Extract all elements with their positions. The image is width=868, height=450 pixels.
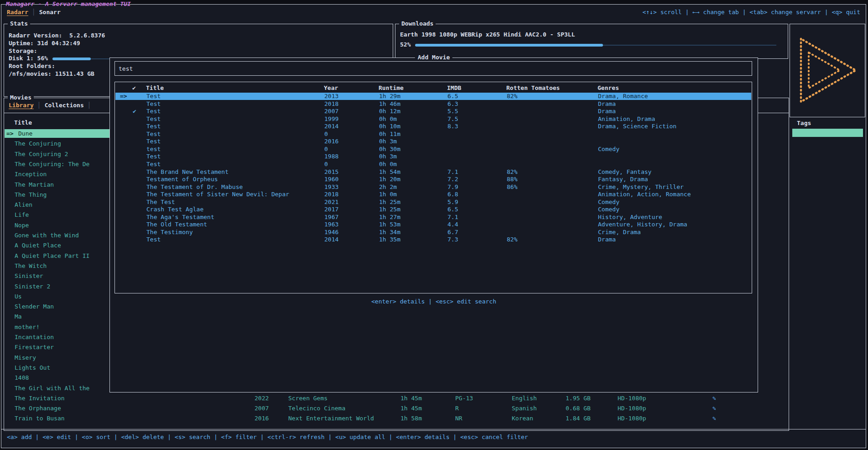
- result-row[interactable]: Test20140h 10m8.3Drama, Science Fiction: [115, 123, 751, 130]
- top-help-keybinds: <↑↓> scroll | ←→ change tab | <tab> chan…: [643, 9, 860, 16]
- tab-sonarr[interactable]: Sonarr: [39, 9, 61, 16]
- stats-panel-title: Stats: [8, 20, 30, 27]
- result-row[interactable]: The Aga's Testament19671h 27m7.1History,…: [115, 214, 751, 221]
- result-year: 2015: [324, 168, 338, 176]
- root-folders-label: Root Folders:: [9, 62, 55, 70]
- result-runtime: 0h 0m: [379, 115, 397, 123]
- result-genres: Animation, Action, Romance: [598, 191, 691, 198]
- result-genres: Fantasy, Drama: [598, 176, 648, 183]
- disk-usage-line: Disk 1: 56%: [9, 54, 121, 62]
- result-row[interactable]: Test19990h 0m7.5Animation, Drama: [115, 115, 751, 123]
- result-row[interactable]: Crash Test Aglae20171h 25m6.5Comedy: [115, 206, 751, 213]
- movie-quality: HD-1080p: [618, 394, 646, 403]
- movie-row[interactable]: Train to Busan2016Next Entertainment Wor…: [5, 414, 788, 423]
- checked-icon: ✔: [133, 108, 136, 115]
- result-title: The Old Testament: [146, 221, 207, 228]
- result-year: 2016: [324, 138, 338, 145]
- movie-quality: HD-1080p: [618, 404, 646, 413]
- result-title: The Testimony: [146, 229, 193, 236]
- result-year: 1988: [324, 153, 338, 160]
- result-row[interactable]: The Testament of Dr. Mabuse19332h 2m7.98…: [115, 183, 751, 191]
- movie-title: Slender Man: [15, 302, 54, 311]
- movie-title: Firestarter: [15, 343, 54, 351]
- result-row[interactable]: Test20160h 3m: [115, 138, 751, 145]
- movie-studio: Screen Gems: [288, 394, 327, 403]
- result-row[interactable]: ✔Test20070h 12m5.5Drama: [115, 108, 751, 115]
- result-year: 0: [324, 146, 328, 153]
- result-runtime: 0h 3m: [379, 138, 397, 145]
- footer-divider: [1, 429, 866, 429]
- tags-column: Tags: [790, 118, 865, 430]
- result-row[interactable]: The Testimony19461h 34m6.7Crime, Drama: [115, 229, 751, 236]
- result-imdb: 7.2: [447, 176, 458, 183]
- downloads-panel-title: Downloads: [399, 20, 436, 27]
- result-title: Test: [146, 93, 161, 100]
- movie-row[interactable]: The Invitation2022Screen Gems1h 45mPG-13…: [5, 394, 788, 403]
- result-imdb: 7.1: [447, 168, 458, 176]
- result-row[interactable]: Test00h 0m: [115, 161, 751, 168]
- result-year: 1960: [324, 176, 338, 183]
- result-imdb: 6.3: [447, 100, 458, 108]
- results-column-check: ✔: [132, 84, 136, 91]
- result-runtime: 1h 29m: [379, 93, 400, 100]
- tab-collections[interactable]: Collections: [45, 102, 84, 109]
- result-row[interactable]: The Old Testament19631h 53m4.4Adventure,…: [115, 221, 751, 228]
- result-genres: Drama: [598, 236, 616, 243]
- movie-row[interactable]: The Orphanage2007Telecinco Cinema1h 45mR…: [5, 404, 788, 413]
- result-genres: Crime, Drama: [598, 229, 641, 236]
- movie-search-box: [114, 61, 752, 76]
- result-year: 1933: [324, 183, 338, 191]
- movie-row[interactable]: =>Dune: [5, 129, 111, 138]
- movie-title: Us: [15, 292, 22, 301]
- movie-title: Sinister: [15, 272, 43, 280]
- result-title: Test: [146, 153, 161, 160]
- result-row[interactable]: The Test20211h 25m5.9Comedy: [115, 199, 751, 206]
- result-imdb: 6.8: [447, 191, 458, 198]
- result-title: The Test: [146, 199, 175, 206]
- tab-library[interactable]: Library: [9, 102, 34, 109]
- result-runtime: 1h 25m: [379, 206, 400, 213]
- result-imdb: 5.9: [447, 199, 458, 206]
- result-imdb: 7.1: [447, 214, 458, 221]
- add-movie-modal: Add Movie ✔ Title Year Runtime IMDB Rott…: [109, 58, 758, 392]
- results-column-title: Title: [146, 84, 164, 91]
- add-movie-help: <enter> details | <esc> edit search: [110, 298, 758, 305]
- result-year: 2013: [324, 93, 338, 100]
- movie-search-input[interactable]: [115, 62, 752, 75]
- results-column-runtime: Runtime: [379, 84, 404, 91]
- movie-runtime: 1h 58m: [400, 414, 422, 423]
- result-title: Test: [146, 236, 161, 243]
- result-rotten-tomatoes: 86%: [507, 183, 517, 191]
- result-row[interactable]: Test20181h 46m6.3Drama: [115, 100, 751, 108]
- result-title: test: [146, 146, 161, 153]
- logo-panel: [790, 24, 865, 117]
- servarr-tabbar: Radarr│Sonarr: [7, 9, 61, 16]
- result-row[interactable]: Test00h 11m: [115, 131, 751, 138]
- result-row[interactable]: test00h 30mComedy: [115, 146, 751, 153]
- results-column-imdb: IMDB: [447, 84, 461, 91]
- download-percent-label: 52%: [400, 41, 411, 48]
- result-year: 1967: [324, 214, 338, 221]
- result-runtime: 0h 3m: [379, 153, 397, 160]
- tab-radarr[interactable]: Radarr: [7, 9, 28, 16]
- downloads-panel: Downloads Earth 1998 1080p WEBRip x265 H…: [395, 24, 788, 59]
- result-imdb: 6.7: [447, 229, 458, 236]
- movie-title: The Girl with All the: [15, 384, 89, 392]
- movie-title: Life: [15, 210, 29, 219]
- result-title: Test: [146, 100, 161, 108]
- result-row[interactable]: The Brand New Testament20151h 54m7.182%C…: [115, 168, 751, 176]
- result-imdb: 7.5: [447, 115, 458, 123]
- result-runtime: 1h 54m: [379, 168, 400, 176]
- movie-title: The Conjuring: The De: [15, 160, 89, 168]
- result-genres: Crime, Mystery, Thriller: [598, 183, 684, 191]
- result-row[interactable]: Test19880h 3m: [115, 153, 751, 160]
- movie-size: 0.68 GB: [566, 404, 591, 413]
- movie-title: Nope: [15, 221, 29, 230]
- movie-title: The Conjuring: [15, 139, 61, 148]
- result-title: The Testament of Sister New Devil: Depar: [146, 191, 289, 198]
- result-row[interactable]: The Testament of Sister New Devil: Depar…: [115, 191, 751, 198]
- result-row[interactable]: =>Test20131h 29m6.582%Drama, Romance: [115, 93, 751, 100]
- result-imdb: 8.3: [447, 123, 458, 130]
- result-row[interactable]: Testament of Orpheus19601h 20m7.288%Fant…: [115, 176, 751, 183]
- result-row[interactable]: Test20141h 35m7.382%Drama: [115, 236, 751, 243]
